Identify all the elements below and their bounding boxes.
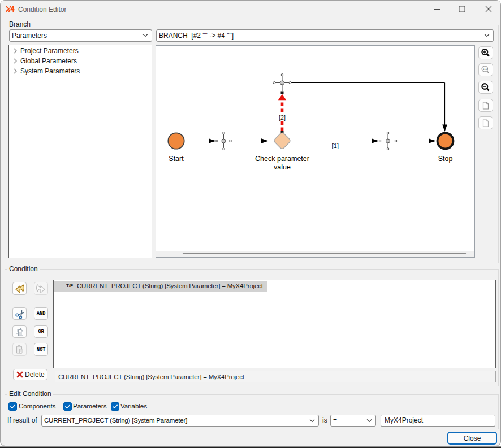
svg-text:value: value [274, 163, 291, 171]
svg-text:[1]: [1] [332, 142, 339, 149]
svg-text:1:1: 1:1 [482, 67, 487, 71]
svg-text:Stop: Stop [438, 155, 453, 163]
svg-text:[2]: [2] [279, 114, 286, 121]
svg-text:Start: Start [169, 155, 184, 163]
svg-text:Check parameter: Check parameter [255, 155, 309, 163]
